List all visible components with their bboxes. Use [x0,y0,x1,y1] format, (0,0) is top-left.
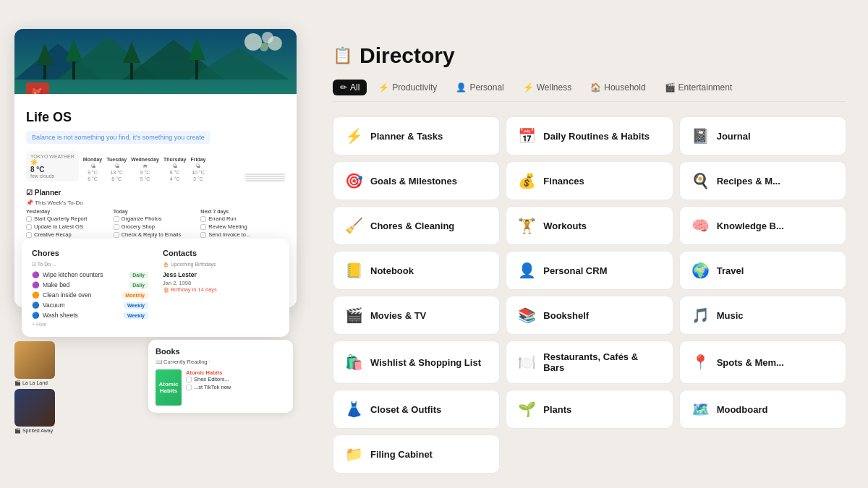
dir-item-goals[interactable]: 🎯 Goals & Milestones [333,161,500,200]
dir-item-wishlist[interactable]: 🛍️ Wishlist & Shopping List [333,341,500,384]
dir-item-music-icon: 🎵 [692,307,710,324]
dir-item-chores[interactable]: 🧹 Chores & Cleaning [333,206,500,245]
dir-item-workouts[interactable]: 🏋️ Workouts [506,206,673,245]
task-item: Creative Recap [26,231,111,238]
books-title: Books [156,347,286,356]
day-tuesday: Tuesday 🌤 13 °C 8 °C [106,157,127,181]
dir-item-notebook-label: Notebook [370,265,414,276]
day-monday: Monday 🌤 9 °C 6 °C [83,157,102,181]
dir-item-recipes[interactable]: 🍳 Recipes & M... [679,161,846,200]
dir-item-recipes-label: Recipes & M... [717,176,780,187]
dir-item-closet-label: Closet & Outfits [370,404,441,415]
task-item: Organize Photos [114,215,198,222]
avatar: 🎒 [26,82,49,94]
movie-thumbnails: 🎬 La La Land 🎬 Spirited Away [14,341,58,434]
chores-contacts-row: Chores ☑ To Do ... 🟣Wipe kitchen counter… [32,249,279,327]
tab-personal-icon: 👤 [456,82,467,93]
day-wednesday: Wednesday 🌧 9 °C 5 °C [131,157,159,181]
dir-item-journal-label: Journal [717,131,751,142]
dir-item-chores-icon: 🧹 [345,217,363,234]
dir-item-goals-label: Goals & Milestones [370,176,457,187]
dir-item-plants-label: Plants [543,404,571,415]
dir-item-workouts-icon: 🏋️ [518,217,536,234]
tab-productivity[interactable]: ⚡ Productivity [371,80,444,95]
dir-item-wishlist-icon: 🛍️ [345,354,363,371]
dir-item-travel[interactable]: 🌍 Travel [679,251,846,290]
mini-chart [245,151,285,181]
chores-col: Chores ☑ To Do ... 🟣Wipe kitchen counter… [32,249,148,327]
books-card: Books 📖 Currently Reading · Atomic Habit… [148,340,293,413]
day-thursday: Thursday 🌤 8 °C 4 °C [163,157,187,181]
right-panel: 📋 Directory ✏ All ⚡ Productivity 👤 Perso… [318,29,854,488]
main-container: 🎒 Life OS Balance is not something you f… [14,14,854,474]
books-list: Atomic Habits Atomic Habits Shes Editors… [156,369,286,406]
tab-household[interactable]: 🏠 Household [583,80,652,95]
dir-item-personal-crm[interactable]: 👤 Personal CRM [506,251,673,290]
hero-svg [14,29,297,94]
weather-condition: few clouds [30,174,75,179]
dir-item-knowledge-icon: 🧠 [692,217,710,234]
planner-title: ☑ Planner [26,189,285,197]
dir-item-finances[interactable]: 💰 Finances [506,161,673,200]
contact-note: 🎂 Birthday in 14 days [163,286,279,293]
contacts-col: Contacts 🎂 Upcoming Birthdays Jess Leste… [163,249,279,327]
dir-item-music[interactable]: 🎵 Music [679,296,846,335]
movie-lalaland: 🎬 La La Land [14,341,58,386]
dir-item-spots[interactable]: 📍 Spots & Mem... [679,341,846,384]
contact-date: Jan 2, 1998 [163,280,279,286]
tab-entertainment-label: Entertainment [678,82,733,93]
chores-title: Chores [32,249,148,257]
dir-item-movies[interactable]: 🎬 Movies & TV [333,296,500,335]
dir-item-plants-icon: 🌱 [518,401,536,418]
dir-item-journal[interactable]: 📓 Journal [679,116,846,155]
dir-item-finances-icon: 💰 [518,172,536,189]
dir-item-plants[interactable]: 🌱 Plants [506,390,673,429]
dir-item-workouts-label: Workouts [543,221,587,231]
tab-entertainment[interactable]: 🎬 Entertainment [658,80,740,95]
tab-all[interactable]: ✏ All [333,80,367,95]
task-item: Update to Latest OS [26,223,111,230]
dir-item-restaurants-icon: 🍽️ [518,354,536,371]
task-item: Errand Run [200,215,285,222]
dir-item-daily-routines-label: Daily Routines & Habits [543,131,650,142]
dir-item-daily-routines[interactable]: 📅 Daily Routines & Habits [506,116,673,155]
dir-item-travel-icon: 🌍 [692,262,710,279]
dir-item-closet[interactable]: 👗 Closet & Outfits [333,390,500,429]
badge-monthly: Monthly [122,292,148,299]
dir-item-planner-label: Planner & Tasks [370,131,443,142]
tab-personal[interactable]: 👤 Personal [448,80,511,95]
dir-item-restaurants[interactable]: 🍽️ Restaurants, Cafés & Bars [506,341,673,384]
hero-image: 🎒 [14,29,297,94]
dir-item-movies-icon: 🎬 [345,307,363,324]
dir-item-recipes-icon: 🍳 [692,172,710,189]
tab-entertainment-icon: 🎬 [665,82,676,93]
movie-thumb-spirited [14,389,55,427]
directory-title: Directory [359,43,455,68]
weather-row: TOKYO WEATHER ☀️ 8 °C few clouds Monday … [26,151,285,181]
dir-item-personal-crm-label: Personal CRM [543,265,607,276]
dir-item-notebook[interactable]: 📒 Notebook [333,251,500,290]
dir-item-travel-label: Travel [717,265,744,276]
tab-productivity-icon: ⚡ [378,82,389,93]
dir-item-filing[interactable]: 📁 Filing Cabinet [333,435,500,474]
dir-item-bookshelf[interactable]: 📚 Bookshelf [506,296,673,335]
dir-item-moodboard-icon: 🗺️ [692,401,710,418]
weather-box: TOKYO WEATHER ☀️ 8 °C few clouds [26,151,79,181]
dir-item-goals-icon: 🎯 [345,172,363,189]
dir-item-personal-crm-icon: 👤 [518,262,536,279]
dir-item-bookshelf-label: Bookshelf [543,310,589,321]
left-panel: 🎒 Life OS Balance is not something you f… [14,29,297,307]
svg-point-15 [260,43,268,51]
day-friday: Friday 🌤 10 °C 3 °C [190,157,205,181]
dir-item-movies-label: Movies & TV [370,310,426,321]
svg-point-13 [244,33,262,51]
chore-item-sheets: 🔵Wash sheets Weekly [32,312,148,319]
dir-item-moodboard[interactable]: 🗺️ Moodboard [679,390,846,429]
dir-item-knowledge[interactable]: 🧠 Knowledge B... [679,206,846,245]
task-item: Review Meeting [200,223,285,230]
weather-location: TOKYO WEATHER [30,154,75,159]
tab-wellness[interactable]: ⚡ Wellness [516,80,579,95]
book-title: Atomic Habits [186,369,231,376]
dir-item-planner[interactable]: ⚡ Planner & Tasks [333,116,500,155]
dir-item-journal-icon: 📓 [692,127,710,145]
